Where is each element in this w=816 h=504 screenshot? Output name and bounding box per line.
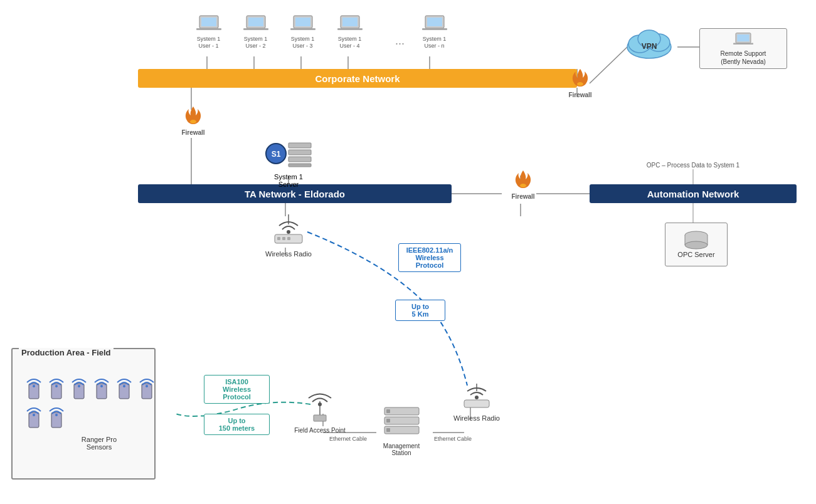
svg-point-70 xyxy=(55,385,58,387)
sensor-icon-8 xyxy=(46,404,66,430)
laptop-icon-2 xyxy=(243,13,268,34)
sensor-icon-2 xyxy=(46,375,66,401)
corporate-network-bar: Corporate Network xyxy=(138,69,577,88)
laptop-icon-n xyxy=(422,13,447,34)
wireless-radio-bottom-label: Wireless Radio xyxy=(452,414,502,422)
automation-network-bar: Automation Network xyxy=(590,184,797,203)
laptop-user3: System 1User - 3 xyxy=(282,13,323,50)
firewall-corporate-label: Firewall xyxy=(561,92,599,98)
svg-rect-66 xyxy=(287,237,290,240)
svg-point-26 xyxy=(685,241,707,249)
vpn-cloud: VPN xyxy=(621,25,677,62)
management-station-icon xyxy=(381,404,422,439)
system1-server: S1 System 1Server xyxy=(248,138,329,188)
svg-rect-56 xyxy=(289,143,311,148)
up-to-5km-annotation: Up to 5 Km xyxy=(395,300,445,321)
wireless-radio-bottom: Wireless Radio xyxy=(452,382,502,422)
diagram: Corporate Network TA Network - Eldorado … xyxy=(0,0,816,504)
remote-support-box: Remote Support(Bently Nevada) xyxy=(699,28,787,69)
svg-point-74 xyxy=(100,385,103,387)
svg-rect-94 xyxy=(464,400,489,407)
opc-server-box: OPC Server xyxy=(665,223,728,266)
server-rack-icon: S1 xyxy=(263,138,314,169)
sensor-icon-3 xyxy=(69,375,89,401)
up-to-150m-annotation: Up to 150 meters xyxy=(204,414,270,435)
svg-rect-30 xyxy=(201,18,216,26)
svg-text:S1: S1 xyxy=(272,150,281,159)
wireless-router-icon-top xyxy=(270,213,307,248)
svg-text:VPN: VPN xyxy=(642,42,657,51)
svg-point-82 xyxy=(55,414,58,416)
sensor-icon-5 xyxy=(114,375,134,401)
user1-label: System 1User - 1 xyxy=(188,36,229,50)
laptop-icon-1 xyxy=(196,13,221,34)
remote-laptop-icon xyxy=(732,32,755,50)
firewall-middle-label: Firewall xyxy=(504,193,542,200)
svg-rect-51 xyxy=(737,34,749,41)
wireless-router-icon-bottom xyxy=(461,382,492,411)
dots-separator: ... xyxy=(395,34,405,48)
svg-rect-37 xyxy=(290,28,315,30)
wireless-radio-top: Wireless Radio xyxy=(263,213,314,258)
usern-label: System 1User - n xyxy=(414,36,455,50)
svg-rect-64 xyxy=(277,237,280,240)
svg-rect-58 xyxy=(289,157,311,162)
svg-point-53 xyxy=(190,120,196,123)
firewall-flame-icon-middle xyxy=(513,169,533,192)
svg-rect-90 xyxy=(386,419,390,423)
firewall-flame-icon-left xyxy=(183,105,203,128)
svg-rect-40 xyxy=(337,28,363,30)
field-access-point-icon xyxy=(301,389,339,423)
laptop-user2: System 1User - 2 xyxy=(235,13,276,50)
svg-rect-57 xyxy=(289,150,311,155)
laptop-user4: System 1User - 4 xyxy=(329,13,370,50)
firewall-left: Firewall xyxy=(174,105,212,136)
svg-rect-31 xyxy=(196,28,221,30)
ta-network-label: TA Network - Eldorado xyxy=(245,189,345,199)
production-area-label: Production Area - Field xyxy=(19,348,114,357)
svg-rect-33 xyxy=(248,18,263,26)
svg-point-44 xyxy=(577,82,583,86)
user4-label: System 1User - 4 xyxy=(329,36,370,50)
sensor-icon-7 xyxy=(24,404,44,430)
firewall-flame-icon-corporate xyxy=(570,68,590,90)
sensor-icon-1 xyxy=(24,375,44,401)
svg-rect-84 xyxy=(314,415,326,421)
svg-rect-59 xyxy=(289,164,311,167)
field-access-point-label: Field Access Point xyxy=(292,427,348,434)
svg-point-72 xyxy=(78,385,80,387)
wireless-radio-top-label: Wireless Radio xyxy=(263,250,314,258)
sensor-icon-4 xyxy=(92,375,112,401)
svg-point-93 xyxy=(475,396,479,399)
svg-point-85 xyxy=(318,402,322,406)
svg-point-68 xyxy=(33,385,35,387)
firewall-left-label: Firewall xyxy=(174,129,212,136)
svg-rect-42 xyxy=(427,18,442,26)
vpn-cloud-icon: VPN xyxy=(624,25,674,60)
firewall-corporate: Firewall xyxy=(561,68,599,98)
ethernet-cable-label-2: Ethernet Cable xyxy=(434,436,472,442)
opc-process-label: OPC – Process Data to System 1 xyxy=(590,162,797,169)
system1-server-label: System 1Server xyxy=(248,173,329,188)
svg-rect-43 xyxy=(422,28,447,30)
management-station-label: ManagementStation xyxy=(370,443,433,456)
field-access-point: Field Access Point xyxy=(292,389,348,434)
laptop-icon-4 xyxy=(337,13,363,34)
remote-support-label: Remote Support(Bently Nevada) xyxy=(721,50,766,66)
svg-point-62 xyxy=(287,230,290,234)
laptop-user1: System 1User - 1 xyxy=(188,13,229,50)
user2-label: System 1User - 2 xyxy=(235,36,276,50)
svg-point-80 xyxy=(33,414,35,416)
svg-rect-91 xyxy=(386,428,390,432)
ieee-protocol-annotation: IEEE802.11a/n Wireless Protocol xyxy=(398,243,461,272)
svg-point-76 xyxy=(123,385,125,387)
svg-rect-52 xyxy=(733,43,753,44)
svg-point-78 xyxy=(146,385,148,387)
svg-rect-65 xyxy=(282,237,285,240)
svg-rect-39 xyxy=(342,18,358,26)
ranger-pro-label: Ranger ProSensors xyxy=(18,436,181,451)
ranger-pro-sensors: Ranger ProSensors xyxy=(18,370,181,451)
svg-rect-34 xyxy=(243,28,268,30)
database-icon xyxy=(684,231,709,249)
user3-label: System 1User - 3 xyxy=(282,36,323,50)
